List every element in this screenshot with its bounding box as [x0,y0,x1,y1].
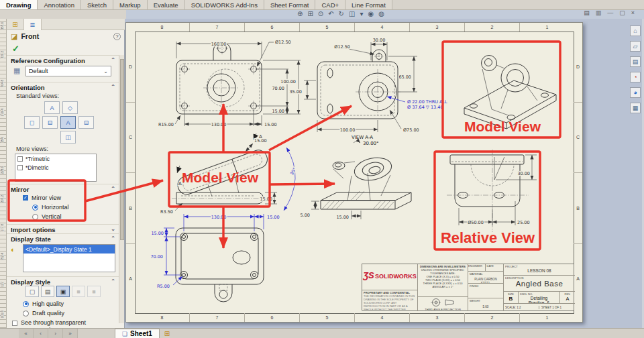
panel-title: Front [21,32,39,40]
appearances-icon[interactable]: ◕ [630,87,641,98]
panel-scrollbar[interactable] [119,55,124,323]
draft-quality-radio[interactable]: Draft quality [23,310,64,317]
close-button[interactable]: × [631,9,635,16]
file-explorer-icon[interactable]: ▤ [630,56,641,67]
std-view-right-button[interactable]: ⊟ [78,116,94,129]
wireframe-button[interactable]: ▢ [25,286,39,297]
hide-show-icon[interactable]: ◉ [368,10,374,18]
sheet-tab-label: Sheet1 [130,330,152,337]
tab-evaluate[interactable]: Evaluate [148,0,185,9]
sheet-nav-last-button[interactable]: » [63,329,78,338]
hidden-lines-visible-button[interactable]: ▤ [41,286,54,297]
size-cell: SIZE B [503,291,518,303]
ok-check-icon[interactable]: ✓ [12,44,19,54]
brand-logo: ƷS SOLIDWORKS [362,264,417,290]
ruler-tick: 304.8 [1,80,4,87]
task-pane-strip: ⌂ ▱ ▤ ◔ ◕ ▦ [630,25,642,118]
radio-icon[interactable] [23,311,29,317]
resources-icon[interactable]: ⌂ [630,25,641,36]
dwg-no-cell: DWG. NO. Detailing Practice_& [518,291,559,303]
view-palette-icon[interactable]: ◔ [630,72,641,82]
mirror-horizontal-radio[interactable]: Horizontal [32,204,69,211]
configuration-dropdown[interactable]: Default ⌄ [25,66,111,76]
restore-button[interactable]: ▢ [619,9,625,16]
section-view-icon[interactable]: ◫ [349,10,355,18]
ruler-tick: 279.4 [1,109,4,116]
undo-view-icon[interactable]: ↶ [328,10,333,18]
minimize-button[interactable]: — [607,9,613,16]
list-item-dimetric[interactable]: *Dimetric [15,163,96,172]
sheet-nav-first-button[interactable]: « [19,329,34,338]
section-display-state[interactable]: Display State ⌃ [7,233,119,243]
radio-icon[interactable] [32,214,38,220]
section-header-label: Import options [11,226,56,233]
search-icon[interactable]: ⊕ [297,10,303,18]
checkbox-icon[interactable] [17,156,23,162]
section-reference-configuration[interactable]: Reference Configuration ⌃ [7,55,119,64]
rotate-view-icon[interactable]: ↻ [339,10,344,18]
hidden-lines-removed-button[interactable]: ▣ [56,286,70,297]
tab-sheet-format[interactable]: Sheet Format [264,0,316,9]
zoom-area-icon[interactable]: ⊞ [307,10,313,18]
scrollbar-thumb[interactable] [120,59,124,240]
tab-markup[interactable]: Markup [113,0,148,9]
pane-right-icon[interactable]: ▥ [596,9,602,16]
std-view-left-button[interactable]: ◻ [24,116,40,129]
custom-properties-icon[interactable]: ▦ [630,103,641,113]
tab-drawing[interactable]: Drawing [0,0,38,9]
view-orientation-icon[interactable]: ▾ [360,10,363,18]
render-globe-icon[interactable]: ◍ [378,10,384,18]
display-state-selected-item[interactable]: <Default>_Display State 1 [23,245,115,253]
ruler-tick: 355.6 [1,22,4,30]
engineer-date-row: ENGINEER DATE [468,264,503,271]
more-views-label: More views: [16,146,48,152]
tab-annotation[interactable]: Annotation [38,0,80,9]
high-quality-radio[interactable]: High quality [23,300,64,307]
shaded-edges-button[interactable]: ■ [72,286,85,297]
add-sheet-button[interactable]: ⊞ [160,329,174,338]
tab-line-format[interactable]: Line Format [345,0,392,9]
shaded-button[interactable]: ■ [87,286,101,297]
section-header-label: Orientation [11,84,45,91]
section-import-options[interactable]: Import options ⌄ [7,224,119,233]
solidworks-window: Drawing Annotation Sketch Markup Evaluat… [0,0,644,338]
vertical-label: Vertical [42,213,62,220]
finish-cell: FINISH [468,283,503,298]
ruler-tick: 177.8 [1,224,4,231]
mirror-view-label: Mirror view [32,194,61,201]
sheet-nav-prev-button[interactable]: ‹ [34,329,48,338]
section-mirror[interactable]: Mirror ⌃ [7,184,119,193]
sheet-tab[interactable]: ❏ Sheet1 [115,329,160,338]
sheet-nav-next-button[interactable]: › [48,329,63,338]
radio-selected-icon[interactable] [23,301,29,307]
rev-cell: REV. A [559,291,575,303]
std-view-isometric-button[interactable]: ◇ [62,101,78,114]
checkbox-icon[interactable] [17,165,23,170]
more-views-list: *Trimetric *Dimetric [15,154,97,182]
section-display-style[interactable]: Display Style ⌃ [7,276,119,286]
list-item-trimetric[interactable]: *Trimetric [15,154,96,163]
collapse-icon: ⌃ [111,278,115,286]
pane-left-icon[interactable]: ▤ [584,9,590,16]
drawing-sheet[interactable]: 87 65 43 21 87 65 43 21 DC BA DC BA ƷS S… [125,22,583,323]
tab-sketch[interactable]: Sketch [81,0,113,9]
checkbox-checked-icon[interactable]: ✓ [23,195,28,201]
propertymanager-tab[interactable]: ≣ [24,19,42,30]
standard-views-label: Standard views: [16,93,59,99]
section-orientation[interactable]: Orientation ⌃ [7,82,119,91]
mirror-view-checkbox[interactable]: ✓ Mirror view [23,194,61,201]
design-library-icon[interactable]: ▱ [630,41,641,52]
radio-selected-icon[interactable] [32,205,38,211]
std-view-front-back-button[interactable]: A [44,101,60,114]
std-view-front-button[interactable]: A [60,116,76,129]
std-view-back-button[interactable]: ◫ [60,131,76,144]
help-icon[interactable]: ? [113,33,121,40]
tab-solidworks-addins[interactable]: SOLIDWORKS Add-Ins [185,0,264,9]
tab-cad-plus[interactable]: CAD+ [315,0,345,9]
featuremanager-tab[interactable]: ⊞ [7,19,24,30]
magnifier-icon[interactable]: ⊙ [318,10,323,18]
mirror-vertical-radio[interactable]: Vertical [32,213,62,220]
ruler-tick: 330.2 [1,51,4,58]
std-view-bottom-button[interactable]: ⊟ [42,116,58,129]
checkbox-icon[interactable] [12,321,17,326]
